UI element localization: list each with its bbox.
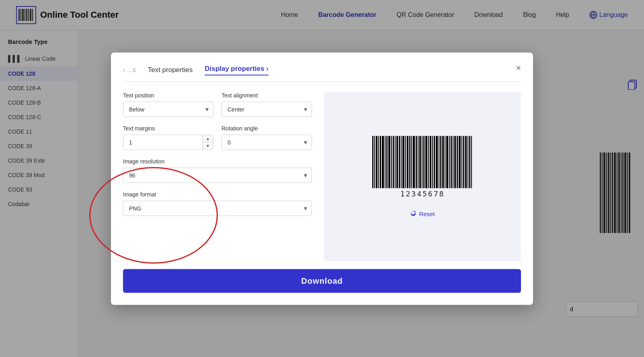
form-row-2: Text margins ▲ ▼ Rotation angle 0 (123, 125, 312, 150)
text-margins-spinners: ▲ ▼ (202, 135, 213, 149)
text-margins-down-btn[interactable]: ▼ (203, 142, 213, 150)
svg-rect-65 (445, 136, 445, 188)
text-alignment-select[interactable]: Center Left Right (222, 101, 312, 117)
svg-rect-63 (440, 136, 441, 188)
modal-dialog: ‹ ...s Text properties Display propertie… (111, 52, 533, 305)
svg-rect-59 (432, 136, 433, 188)
image-format-select[interactable]: PNG SVG JPEG BMP (123, 200, 312, 216)
svg-rect-62 (439, 136, 439, 188)
tab-text-properties[interactable]: Text properties (148, 66, 193, 74)
svg-rect-56 (425, 136, 427, 188)
text-alignment-select-wrapper: Center Left Right ▾ (222, 101, 312, 117)
image-resolution-group: Image resolution 96 150 300 600 ▾ (123, 158, 312, 183)
image-resolution-label: Image resolution (123, 158, 312, 164)
svg-rect-48 (409, 136, 410, 188)
text-alignment-group: Text alignment Center Left Right ▾ (222, 92, 312, 117)
reset-label: Reset (419, 210, 435, 217)
svg-rect-72 (459, 136, 461, 188)
rotation-angle-select[interactable]: 0 90 180 270 (222, 134, 312, 150)
text-alignment-label: Text alignment (222, 92, 312, 98)
svg-rect-45 (402, 136, 404, 188)
chevron-left-icon: ‹ (123, 66, 125, 74)
svg-rect-38 (388, 136, 390, 188)
svg-rect-54 (422, 136, 422, 188)
image-resolution-select-wrapper: 96 150 300 600 ▾ (123, 167, 312, 183)
barcode-preview-panel: 12345678 Reset (324, 92, 521, 261)
svg-rect-41 (395, 136, 396, 188)
svg-rect-51 (416, 136, 417, 188)
tab-prev-label: ...s (127, 66, 135, 74)
text-margins-up-btn[interactable]: ▲ (203, 135, 213, 142)
svg-rect-67 (449, 136, 450, 188)
tab-display-properties[interactable]: Display properties › (205, 64, 268, 75)
svg-rect-52 (418, 136, 418, 188)
svg-text:12345678: 12345678 (400, 189, 445, 198)
barcode-svg: 12345678 (370, 136, 475, 198)
text-margins-input-wrapper: ▲ ▼ (123, 134, 213, 150)
modal-body: Text position Below Above None ▾ Text al… (123, 92, 521, 261)
svg-rect-77 (469, 136, 470, 188)
svg-rect-42 (396, 136, 398, 188)
svg-rect-57 (428, 136, 429, 188)
svg-rect-71 (457, 136, 458, 188)
reset-icon (410, 210, 416, 217)
left-panel: Text position Below Above None ▾ Text al… (123, 92, 312, 261)
text-margins-group: Text margins ▲ ▼ (123, 125, 213, 150)
rotation-angle-group: Rotation angle 0 90 180 270 ▾ (222, 125, 312, 150)
svg-rect-36 (385, 136, 386, 188)
svg-rect-64 (442, 136, 444, 188)
svg-rect-61 (436, 136, 438, 188)
svg-rect-75 (465, 136, 467, 188)
svg-rect-76 (468, 136, 468, 188)
svg-rect-31 (374, 136, 375, 188)
svg-rect-78 (471, 136, 472, 188)
text-position-group: Text position Below Above None ▾ (123, 92, 213, 117)
svg-rect-40 (393, 136, 394, 188)
image-format-select-wrapper: PNG SVG JPEG BMP ▾ (123, 200, 312, 216)
text-margins-label: Text margins (123, 125, 213, 131)
svg-rect-68 (451, 136, 452, 188)
reset-button[interactable]: Reset (410, 210, 435, 217)
svg-rect-46 (405, 136, 406, 188)
rotation-angle-select-wrapper: 0 90 180 270 ▾ (222, 134, 312, 150)
svg-rect-44 (401, 136, 402, 188)
svg-rect-53 (419, 136, 421, 188)
tab-prev[interactable]: ‹ ...s (123, 66, 136, 74)
svg-rect-34 (380, 136, 381, 188)
close-button[interactable]: × (516, 62, 521, 73)
image-format-label: Image format (123, 191, 312, 197)
svg-rect-60 (434, 136, 435, 188)
svg-rect-35 (382, 136, 384, 188)
text-margins-input[interactable] (123, 135, 202, 149)
image-resolution-select[interactable]: 96 150 300 600 (123, 167, 312, 183)
svg-rect-47 (407, 136, 408, 188)
image-format-group: Image format PNG SVG JPEG BMP ▾ (123, 191, 312, 216)
download-button[interactable]: Download (123, 269, 521, 293)
tab-display-label: Display properties (205, 64, 264, 72)
text-position-select[interactable]: Below Above None (123, 101, 213, 117)
svg-rect-50 (413, 136, 415, 188)
svg-rect-73 (461, 136, 462, 188)
svg-rect-58 (430, 136, 431, 188)
svg-rect-37 (386, 136, 388, 188)
text-position-select-wrapper: Below Above None ▾ (123, 101, 213, 117)
svg-rect-39 (391, 136, 392, 188)
svg-rect-33 (378, 136, 379, 188)
svg-rect-66 (446, 136, 448, 188)
rotation-angle-label: Rotation angle (222, 125, 312, 131)
modal-tabs: ‹ ...s Text properties Display propertie… (123, 64, 521, 82)
svg-rect-43 (399, 136, 400, 188)
svg-rect-70 (454, 136, 456, 188)
chevron-right-icon: › (266, 65, 268, 72)
svg-rect-69 (453, 136, 453, 188)
svg-rect-55 (423, 136, 425, 188)
barcode-preview: 12345678 (370, 136, 475, 198)
text-position-label: Text position (123, 92, 213, 98)
svg-rect-30 (372, 136, 373, 188)
form-row-1: Text position Below Above None ▾ Text al… (123, 92, 312, 117)
svg-rect-74 (463, 136, 464, 188)
svg-rect-32 (376, 136, 377, 188)
svg-rect-49 (411, 136, 412, 188)
